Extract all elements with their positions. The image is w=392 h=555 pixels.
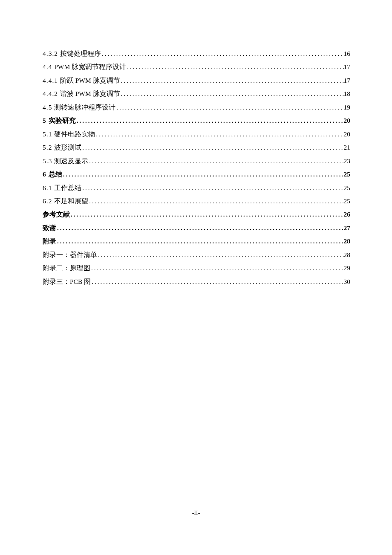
toc-leader-dots: ........................................… (81, 141, 343, 154)
table-of-contents: 4.3.2 按键处理程序 ...........................… (43, 47, 350, 288)
toc-page-number: 16 (344, 47, 351, 60)
toc-page-number: 20 (344, 127, 351, 141)
toc-entry[interactable]: 4.4.2 谐波 PWM 脉宽调节 ......................… (43, 87, 350, 100)
toc-section-number: 4.3.2 (43, 50, 60, 57)
toc-title: 6.1 工作总结 (43, 181, 81, 194)
toc-title: 附录三：PCB 图 (43, 275, 91, 288)
toc-page-number: 25 (344, 168, 351, 181)
toc-entry[interactable]: 4.4.1 阶跃 PWM 脉宽调节 ......................… (43, 74, 350, 87)
toc-latin: PCB (70, 278, 84, 285)
toc-section-number: 4.4 (43, 63, 54, 70)
toc-page-number: 18 (344, 87, 351, 100)
document-page: 4.3.2 按键处理程序 ...........................… (0, 0, 392, 555)
toc-leader-dots: ........................................… (97, 249, 344, 261)
toc-page-number: 27 (344, 221, 351, 234)
toc-leader-dots: ........................................… (95, 128, 343, 141)
toc-title: 4.5 测转速脉冲程序设计 (43, 101, 115, 114)
toc-page-number: 19 (344, 101, 351, 114)
toc-entry[interactable]: 5.1 硬件电路实物 .............................… (43, 127, 350, 141)
toc-title: 4.4.1 阶跃 PWM 脉宽调节 (43, 74, 120, 87)
toc-title: 4.3.2 按键处理程序 (43, 47, 101, 60)
toc-leader-dots: ........................................… (101, 47, 344, 60)
toc-entry[interactable]: 5 实验研究 .................................… (43, 114, 350, 127)
toc-entry[interactable]: 附录三：PCB 图 ..............................… (43, 275, 350, 288)
toc-title: 5.3 测速及显示 (43, 154, 88, 168)
toc-section-number: 5 (43, 117, 49, 124)
toc-section-number: 6 (43, 171, 49, 178)
toc-title: 5 实验研究 (43, 114, 76, 127)
toc-entry[interactable]: 附录 .....................................… (43, 234, 350, 248)
toc-leader-dots: ........................................… (126, 61, 343, 73)
toc-title: 致谢 (43, 221, 56, 234)
toc-latin: PWM (74, 77, 93, 84)
toc-section-number: 4.5 (43, 104, 54, 111)
toc-leader-dots: ........................................… (91, 275, 343, 288)
toc-title: 4.4.2 谐波 PWM 脉宽调节 (43, 87, 120, 100)
toc-entry[interactable]: 5.3 测速及显示 ..............................… (43, 154, 350, 168)
toc-page-number: 23 (344, 154, 351, 168)
toc-page-number: 26 (344, 208, 351, 221)
toc-section-number: 5.3 (43, 157, 54, 165)
toc-leader-dots: ........................................… (88, 155, 343, 168)
toc-entry[interactable]: 4.4 PWM 脉宽调节程序设计 .......................… (43, 60, 350, 73)
toc-page-number: 29 (344, 261, 351, 275)
toc-leader-dots: ........................................… (90, 262, 344, 275)
toc-page-number: 25 (344, 181, 351, 194)
toc-entry[interactable]: 附录一：器件清单 ...............................… (43, 248, 350, 261)
toc-leader-dots: ........................................… (76, 114, 344, 127)
toc-entry[interactable]: 附录二：原理图 ................................… (43, 261, 350, 275)
toc-leader-dots: ........................................… (56, 222, 344, 234)
toc-leader-dots: ........................................… (120, 74, 344, 87)
toc-page-number: 21 (344, 141, 351, 154)
toc-title: 参考文献 (43, 208, 70, 221)
toc-page-number: 28 (344, 248, 351, 261)
toc-title: 6.2 不足和展望 (43, 194, 88, 208)
toc-page-number: 28 (344, 234, 351, 248)
toc-leader-dots: ........................................… (81, 182, 343, 194)
toc-title: 4.4 PWM 脉宽调节程序设计 (43, 60, 126, 73)
toc-entry[interactable]: 5.2 波形测试 ...............................… (43, 141, 350, 154)
toc-section-number: 4.4.2 (43, 90, 60, 97)
toc-latin: PWM (74, 90, 93, 97)
toc-entry[interactable]: 4.5 测转速脉冲程序设计 ..........................… (43, 101, 350, 114)
page-footer: -II- (0, 510, 392, 517)
toc-section-number: 4.4.1 (43, 77, 60, 84)
toc-entry[interactable]: 6 总结 ...................................… (43, 168, 350, 181)
toc-leader-dots: ........................................… (120, 87, 344, 100)
toc-title: 附录 (43, 234, 56, 248)
toc-entry[interactable]: 6.1 工作总结 ...............................… (43, 181, 350, 194)
toc-page-number: 25 (344, 194, 351, 208)
toc-title: 5.2 波形测试 (43, 141, 81, 154)
toc-leader-dots: ........................................… (62, 168, 344, 181)
toc-title: 5.1 硬件电路实物 (43, 127, 95, 141)
toc-title: 6 总结 (43, 168, 62, 181)
toc-entry[interactable]: 4.3.2 按键处理程序 ...........................… (43, 47, 350, 60)
toc-page-number: 17 (344, 74, 351, 87)
toc-leader-dots: ........................................… (88, 195, 343, 208)
toc-title: 附录一：器件清单 (43, 248, 97, 261)
toc-entry[interactable]: 参考文献 ...................................… (43, 208, 350, 221)
toc-section-number: 5.1 (43, 130, 54, 138)
toc-leader-dots: ........................................… (56, 235, 344, 248)
toc-section-number: 6.2 (43, 197, 54, 205)
toc-section-number: 6.1 (43, 184, 54, 191)
toc-page-number: 17 (344, 60, 351, 73)
toc-page-number: 30 (344, 275, 351, 288)
toc-section-number: 5.2 (43, 144, 54, 151)
toc-entry[interactable]: 6.2 不足和展望 ..............................… (43, 194, 350, 208)
toc-entry[interactable]: 致谢 .....................................… (43, 221, 350, 234)
toc-leader-dots: ........................................… (70, 208, 344, 221)
toc-page-number: 20 (344, 114, 351, 127)
toc-title: 附录二：原理图 (43, 261, 90, 275)
toc-leader-dots: ........................................… (115, 101, 343, 114)
toc-latin: PWM (54, 63, 72, 70)
